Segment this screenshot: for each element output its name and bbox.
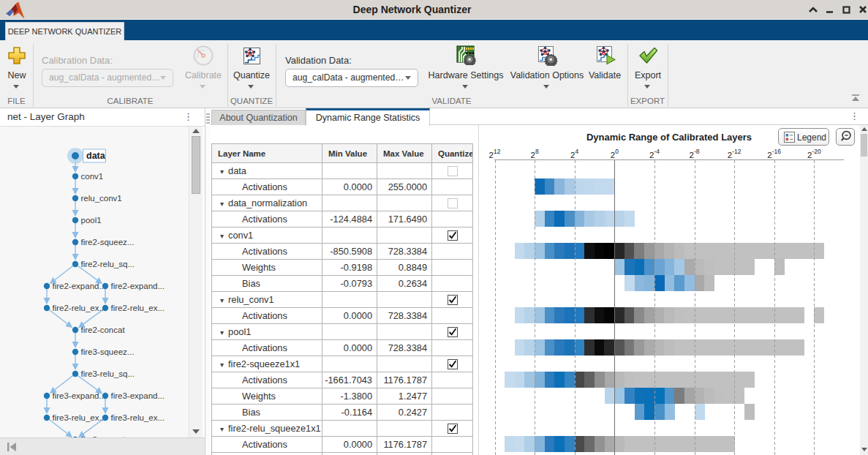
svg-text:fire3-expand...: fire3-expand...	[53, 391, 107, 400]
svg-text:data: data	[86, 151, 106, 161]
svg-text:conv1: conv1	[81, 172, 104, 181]
svg-text:fire3-squeez...: fire3-squeez...	[81, 347, 135, 356]
svg-text:fire2-squeez...: fire2-squeez...	[81, 238, 135, 247]
svg-text:fire3-relu_ex...: fire3-relu_ex...	[53, 413, 107, 422]
svg-text:fire2-concat: fire2-concat	[81, 326, 126, 334]
svg-text:fire2-relu_sq...: fire2-relu_sq...	[81, 260, 135, 268]
svg-text:fire2-relu_ex...: fire2-relu_ex...	[111, 304, 165, 312]
svg-text:fire2-expand...: fire2-expand...	[111, 282, 165, 290]
svg-text:fire3-expand...: fire3-expand...	[111, 391, 165, 400]
svg-text:pool1: pool1	[81, 216, 102, 225]
svg-text:fire3-relu_ex...: fire3-relu_ex...	[111, 413, 165, 422]
svg-text:fire2-relu_ex...: fire2-relu_ex...	[53, 304, 107, 312]
svg-text:fire2-expand...: fire2-expand...	[53, 282, 107, 290]
svg-text:relu_conv1: relu_conv1	[81, 194, 122, 203]
svg-text:fire3-relu_sq...: fire3-relu_sq...	[81, 369, 135, 378]
